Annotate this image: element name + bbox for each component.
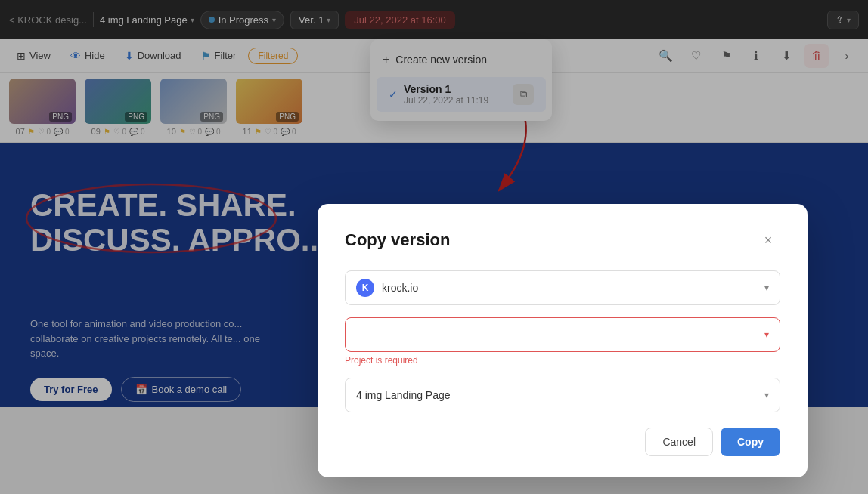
- project-field: ▾ Project is required: [345, 317, 780, 366]
- workspace-select-left: K krock.io: [356, 279, 418, 297]
- workspace-select[interactable]: K krock.io ▾: [345, 270, 780, 305]
- modal-header: Copy version ×: [345, 228, 780, 252]
- workspace-label: krock.io: [382, 282, 418, 294]
- modal-close-button[interactable]: ×: [756, 228, 780, 252]
- modal-footer: Cancel Copy: [345, 428, 780, 456]
- project-error-message: Project is required: [345, 355, 780, 366]
- item-label: 4 img Landing Page: [356, 389, 451, 401]
- modal-title: Copy version: [345, 230, 450, 250]
- item-caret-icon: ▾: [764, 390, 769, 400]
- workspace-caret-icon: ▾: [764, 283, 769, 293]
- item-select-left: 4 img Landing Page: [356, 389, 451, 401]
- workspace-logo: K: [356, 279, 374, 297]
- workspace-field: K krock.io ▾: [345, 270, 780, 305]
- copy-button[interactable]: Copy: [721, 428, 780, 456]
- copy-version-modal: Copy version × K krock.io ▾ ▾ Project is…: [318, 204, 808, 477]
- item-field: 4 img Landing Page ▾: [345, 378, 780, 412]
- project-select[interactable]: ▾: [345, 317, 780, 352]
- cancel-button[interactable]: Cancel: [645, 428, 713, 456]
- item-select[interactable]: 4 img Landing Page ▾: [345, 378, 780, 412]
- project-caret-icon: ▾: [764, 329, 769, 340]
